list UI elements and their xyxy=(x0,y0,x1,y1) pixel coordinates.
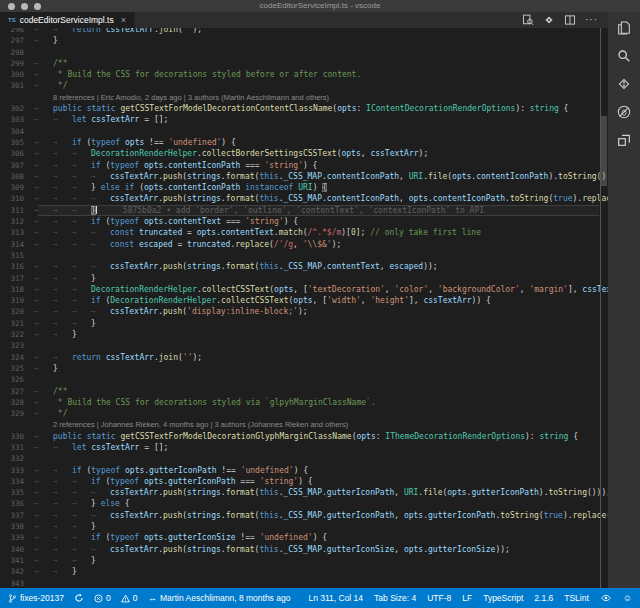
errors-status[interactable]: 0 xyxy=(94,593,111,603)
line-number[interactable]: 322 xyxy=(0,329,34,340)
code-line[interactable]: 330→public static getCSSTextForModelDeco… xyxy=(0,431,608,442)
git-branch-status[interactable]: fixes-20137 xyxy=(8,593,64,604)
code-line[interactable]: 306→→→DecorationRenderHelper.collectBord… xyxy=(0,148,608,159)
code-line[interactable]: 331→→let cssTextArr = []; xyxy=(0,442,608,453)
line-number[interactable]: 313 xyxy=(0,227,34,238)
split-editor-icon[interactable] xyxy=(564,14,576,26)
code-line[interactable]: 299→/** xyxy=(0,58,608,69)
line-number[interactable]: 308 xyxy=(0,171,34,182)
code-line[interactable]: 323 xyxy=(0,340,608,351)
line-number[interactable]: 296 xyxy=(0,28,34,35)
line-number[interactable]: 317 xyxy=(0,273,34,284)
eol-status[interactable]: LF xyxy=(462,593,472,603)
line-number[interactable]: 333 xyxy=(0,465,34,476)
code-line[interactable]: 326 xyxy=(0,374,608,385)
warnings-status[interactable]: 0 xyxy=(121,593,138,603)
code-line[interactable]: 296→→return cssTextArr.join(''); xyxy=(0,28,608,35)
line-number[interactable]: 327 xyxy=(0,386,34,397)
code-line[interactable]: 312→→→if (typeof opts.contentText === 's… xyxy=(0,216,608,227)
sync-status[interactable] xyxy=(74,593,84,603)
code-line[interactable]: 304 xyxy=(0,126,608,137)
code-line[interactable]: 301→ */ xyxy=(0,80,608,91)
line-number[interactable]: 342 xyxy=(0,566,34,577)
line-number[interactable]: 341 xyxy=(0,555,34,566)
code-line[interactable]: 298 xyxy=(0,47,608,58)
line-number[interactable]: 339 xyxy=(0,532,34,543)
code-line[interactable]: 325→} xyxy=(0,363,608,374)
code-line[interactable]: 300→ * Build the CSS for decorations sty… xyxy=(0,69,608,80)
line-number[interactable]: 329 xyxy=(0,408,34,419)
code-line[interactable]: 318→→→DecorationRenderHelper.collectCSST… xyxy=(0,284,608,295)
scrollbar-slider[interactable] xyxy=(601,116,607,186)
code-line[interactable]: 309→→→} else if (opts.contentIconPath in… xyxy=(0,182,608,193)
line-number[interactable]: 297 xyxy=(0,35,34,46)
tab-size-status[interactable]: Tab Size: 4 xyxy=(374,593,416,603)
line-number[interactable]: 332 xyxy=(0,453,34,464)
code-line[interactable]: 319→→→if (DecorationRenderHelper.collect… xyxy=(0,295,608,306)
line-number[interactable] xyxy=(0,419,34,430)
code-line[interactable]: 315 xyxy=(0,250,608,261)
open-preview-icon[interactable] xyxy=(522,14,534,26)
line-number[interactable]: 303 xyxy=(0,114,34,125)
cursor-position-status[interactable]: Ln 311, Col 14 xyxy=(308,593,363,603)
line-number[interactable]: 320 xyxy=(0,306,34,317)
code-line[interactable]: 305→→if (typeof opts !== 'undefined') { xyxy=(0,137,608,148)
line-number[interactable] xyxy=(0,92,34,103)
code-line[interactable]: 302→public static getCSSTextForModelDeco… xyxy=(0,103,608,114)
line-number[interactable]: 304 xyxy=(0,126,34,137)
line-number[interactable]: 301 xyxy=(0,80,34,91)
code-line[interactable]: 322→→} xyxy=(0,329,608,340)
close-tab-icon[interactable]: × xyxy=(121,16,126,25)
code-line[interactable]: 340→→→→cssTextArr.push(strings.format(th… xyxy=(0,544,608,555)
code-line[interactable]: 329→ */ xyxy=(0,408,608,419)
tslint-status[interactable]: TSLint xyxy=(564,593,589,603)
line-number[interactable]: 331 xyxy=(0,442,34,453)
line-number[interactable]: 319 xyxy=(0,295,34,306)
activity-search-button[interactable] xyxy=(608,48,640,65)
encoding-status[interactable]: UTF-8 xyxy=(427,593,451,603)
line-number[interactable]: 337 xyxy=(0,510,34,521)
line-number[interactable]: 326 xyxy=(0,374,34,385)
code-line[interactable]: 335→→→→cssTextArr.push(strings.format(th… xyxy=(0,487,608,498)
line-number[interactable]: 299 xyxy=(0,58,34,69)
code-editor[interactable]: 296→→return cssTextArr.join('');297→}298… xyxy=(0,28,608,588)
activity-explorer-button[interactable] xyxy=(608,20,640,37)
activity-debug-button[interactable] xyxy=(608,104,640,121)
code-line[interactable]: 332 xyxy=(0,453,608,464)
code-line[interactable]: 324→→return cssTextArr.join(''); xyxy=(0,352,608,363)
line-number[interactable]: 298 xyxy=(0,47,34,58)
line-number[interactable]: 314 xyxy=(0,239,34,250)
code-line[interactable]: 334→→→if (typeof opts.gutterIconPath ===… xyxy=(0,476,608,487)
code-line[interactable]: 310→→→→cssTextArr.push(strings.format(th… xyxy=(0,193,608,204)
line-number[interactable]: 325 xyxy=(0,363,34,374)
line-number[interactable]: 340 xyxy=(0,544,34,555)
line-number[interactable]: 324 xyxy=(0,352,34,363)
code-line[interactable]: 307→→→if (typeof opts.contentIconPath ==… xyxy=(0,160,608,171)
tab-codeEditorServiceImpl[interactable]: TS codeEditorServiceImpl.ts × xyxy=(0,12,135,28)
line-number[interactable]: 300 xyxy=(0,69,34,80)
language-status[interactable]: TypeScript xyxy=(483,593,523,603)
code-line[interactable]: 311→→→}5875b0a2 • add 'border', 'outline… xyxy=(0,205,608,216)
line-number[interactable]: 307 xyxy=(0,160,34,171)
line-number[interactable]: 310 xyxy=(0,193,34,204)
line-number[interactable]: 338 xyxy=(0,521,34,532)
activity-source-control-button[interactable] xyxy=(608,76,640,93)
line-number[interactable]: 305 xyxy=(0,137,34,148)
codelens-row[interactable]: 8 references | Eric Amodio, 2 days ago |… xyxy=(0,92,608,103)
line-number[interactable]: 335 xyxy=(0,487,34,498)
code-line[interactable]: 338→→→} xyxy=(0,521,608,532)
line-number[interactable]: 302 xyxy=(0,103,34,114)
line-number[interactable]: 306 xyxy=(0,148,34,159)
code-line[interactable]: 343 xyxy=(0,578,608,588)
line-number[interactable]: 311 xyxy=(0,205,34,216)
more-actions-icon[interactable]: ··· xyxy=(585,15,598,25)
code-line[interactable]: 336→→→} else { xyxy=(0,498,608,509)
code-line[interactable]: 327→/** xyxy=(0,386,608,397)
code-line[interactable]: 341→→→} xyxy=(0,555,608,566)
code-line[interactable]: 337→→→→cssTextArr.push(strings.format(th… xyxy=(0,510,608,521)
line-number[interactable]: 330 xyxy=(0,431,34,442)
line-number[interactable]: 334 xyxy=(0,476,34,487)
ts-version-status[interactable]: 2.1.6 xyxy=(534,593,553,603)
code-line[interactable]: 317→→→} xyxy=(0,273,608,284)
codelens-row[interactable]: 2 references | Johannes Rieken, 4 months… xyxy=(0,419,608,430)
